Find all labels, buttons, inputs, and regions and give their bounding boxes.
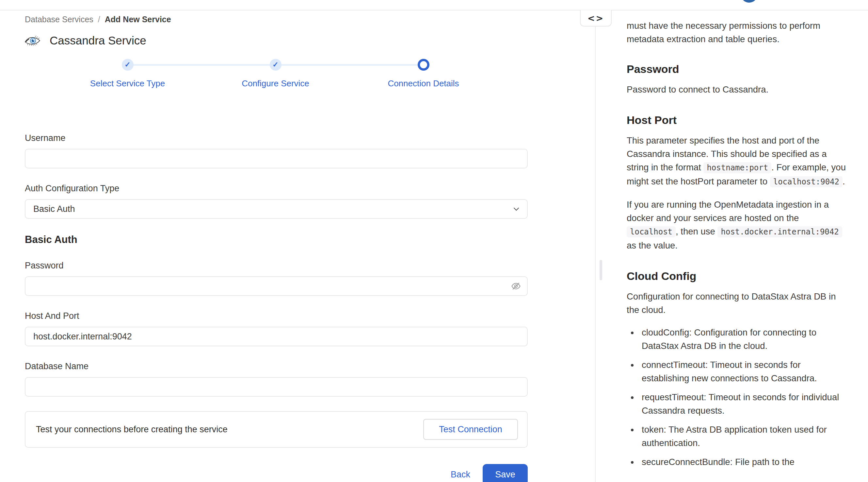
user-avatar[interactable] bbox=[741, 0, 757, 3]
doc-host-port-paragraph-1: This parameter specifies the host and po… bbox=[627, 134, 848, 189]
doc-host-port-paragraph-2: If you are running the OpenMetadata inge… bbox=[627, 198, 848, 252]
add-service-page: Database Services / Add New Service bbox=[0, 0, 868, 482]
check-icon: ✓ bbox=[272, 60, 278, 69]
toggle-password-visibility-button[interactable] bbox=[511, 281, 521, 291]
username-label: Username bbox=[25, 133, 528, 143]
step-configure-service[interactable]: ✓ Configure Service bbox=[202, 59, 349, 89]
page-header: Cassandra Service bbox=[25, 34, 528, 47]
password-field bbox=[25, 276, 528, 296]
code-view-toggle-button[interactable]: <> bbox=[580, 10, 612, 27]
form-actions: Back Save bbox=[25, 464, 528, 482]
page-title: Cassandra Service bbox=[50, 34, 146, 47]
test-connection-button[interactable]: Test Connection bbox=[423, 419, 518, 440]
list-item: secureConnectBundle: File path to the bbox=[639, 455, 848, 469]
test-connection-message: Test your connections before creating th… bbox=[36, 424, 227, 434]
list-item: cloudConfig: Configuration for connectin… bbox=[639, 326, 848, 352]
check-icon: ✓ bbox=[124, 60, 130, 69]
eye-slash-icon bbox=[511, 287, 521, 292]
auth-configuration-type-label: Auth Configuration Type bbox=[25, 183, 528, 194]
breadcrumb-database-services[interactable]: Database Services bbox=[25, 15, 93, 24]
host-and-port-input[interactable] bbox=[25, 327, 528, 346]
list-item: requestTimeout: Timeout in seconds for i… bbox=[639, 391, 848, 417]
breadcrumb-separator: / bbox=[98, 15, 100, 24]
step-completed-icon: ✓ bbox=[270, 59, 281, 70]
step-select-service-type[interactable]: ✓ Select Service Type bbox=[54, 59, 202, 89]
doc-cloud-config-body: Configuration for connecting to DataStax… bbox=[627, 290, 848, 316]
doc-password-heading: Password bbox=[627, 63, 848, 76]
database-name-input[interactable] bbox=[25, 377, 528, 397]
breadcrumb-add-new-service: Add New Service bbox=[105, 15, 171, 24]
test-connection-card: Test your connections before creating th… bbox=[25, 411, 528, 448]
back-button[interactable]: Back bbox=[451, 470, 470, 480]
password-input[interactable] bbox=[25, 276, 528, 296]
breadcrumb: Database Services / Add New Service bbox=[25, 15, 528, 24]
basic-auth-section-heading: Basic Auth bbox=[25, 234, 528, 246]
doc-host-port-heading: Host Port bbox=[627, 114, 848, 126]
username-input[interactable] bbox=[25, 149, 528, 168]
doc-intro-text: must have the necessary permissions to p… bbox=[627, 19, 848, 46]
step-label: Connection Details bbox=[388, 79, 459, 89]
auth-configuration-type-select[interactable]: Basic Auth bbox=[25, 199, 528, 219]
stepper-steps: ✓ Select Service Type ✓ Configure Servic… bbox=[54, 59, 498, 89]
step-completed-icon: ✓ bbox=[122, 59, 133, 70]
doc-cloud-config-list: cloudConfig: Configuration for connectin… bbox=[627, 326, 848, 469]
documentation-panel: must have the necessary permissions to p… bbox=[595, 10, 868, 482]
step-label: Select Service Type bbox=[90, 79, 165, 89]
password-label: Password bbox=[25, 261, 528, 271]
cassandra-logo-icon bbox=[25, 35, 40, 46]
code-icon: <> bbox=[588, 13, 604, 23]
list-item: connectTimeout: Timeout in seconds for e… bbox=[639, 358, 848, 385]
main-content: Database Services / Add New Service bbox=[0, 10, 595, 482]
database-name-label: Database Name bbox=[25, 361, 528, 371]
step-label: Configure Service bbox=[242, 79, 309, 89]
chevron-down-icon bbox=[514, 207, 519, 211]
host-and-port-label: Host And Port bbox=[25, 311, 528, 321]
wizard-stepper: ✓ Select Service Type ✓ Configure Servic… bbox=[54, 59, 498, 89]
save-button[interactable]: Save bbox=[483, 464, 528, 482]
doc-cloud-config-heading: Cloud Config bbox=[627, 270, 848, 283]
step-connection-details[interactable]: Connection Details bbox=[349, 59, 497, 89]
doc-password-body: Password to connect to Cassandra. bbox=[627, 83, 848, 96]
selected-option: Basic Auth bbox=[33, 204, 75, 214]
list-item: token: The Astra DB application token us… bbox=[639, 423, 848, 450]
step-active-icon bbox=[418, 59, 429, 70]
